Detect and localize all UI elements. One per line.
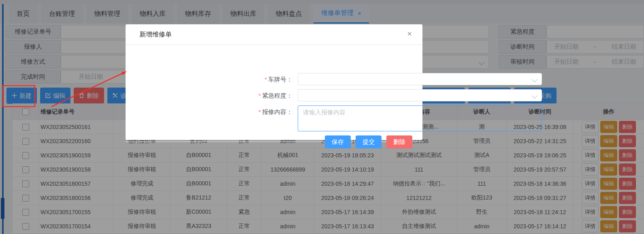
close-icon[interactable]: × (407, 30, 412, 38)
plate-select[interactable] (298, 73, 542, 85)
required-asterisk: * (258, 108, 261, 115)
app-window: 首页台账管理物料管理物料入库物料库存物料出库物料盘点维修单管理× 维修记录单号 … (0, 0, 644, 234)
field-label-urgency: *紧急程度： (252, 92, 298, 100)
modal-保存-button[interactable]: 保存 (325, 135, 351, 148)
field-label-plate: *车牌号： (252, 76, 298, 84)
field-label-text: 车牌号： (268, 76, 292, 83)
field-label-text: 报修内容： (262, 108, 292, 115)
required-asterisk: * (264, 76, 267, 83)
textarea-placeholder: 请输入报修内容 (303, 109, 345, 116)
field-row-plate: *车牌号： (126, 76, 298, 84)
field-row-content: *报修内容： (126, 108, 298, 116)
repair-content-textarea[interactable]: 请输入报修内容 (298, 105, 542, 131)
modal-删除-button[interactable]: 删除 (386, 135, 412, 148)
field-row-urgency: *紧急程度： (126, 92, 298, 100)
modal-header: 新增维修单 × (126, 24, 422, 45)
modal-提交-button[interactable]: 提交 (356, 135, 382, 148)
modal-title: 新增维修单 (139, 30, 172, 39)
new-repair-order-modal: 新增维修单 × *车牌号： *紧急程度： *报修内容： 请输入报修内容 (126, 24, 422, 140)
field-label-content: *报修内容： (252, 108, 298, 116)
required-asterisk: * (258, 92, 261, 99)
chevron-down-icon (532, 77, 537, 82)
resize-grip-icon[interactable] (536, 126, 540, 130)
field-label-text: 紧急程度： (262, 92, 292, 99)
chevron-down-icon (532, 93, 537, 99)
modal-footer: 保存提交删除 (126, 142, 422, 142)
urgency-select[interactable] (298, 89, 542, 101)
